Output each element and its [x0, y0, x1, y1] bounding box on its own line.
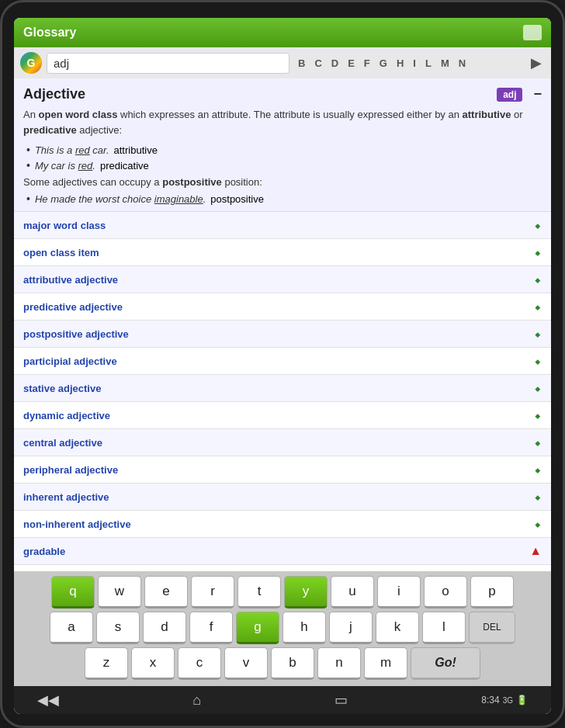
entry-title-row: Adjective adj − — [23, 86, 542, 102]
key-go[interactable]: Go! — [411, 647, 480, 680]
content-area: Adjective adj − An open word class which… — [14, 78, 551, 571]
key-b[interactable]: b — [271, 647, 314, 680]
postpositive-note: Some adjectives can occupy a postpositiv… — [23, 176, 542, 188]
key-l[interactable]: l — [422, 612, 466, 644]
term-row[interactable]: postpositive adjective ⬥ — [14, 321, 551, 348]
bullet-1: • — [26, 144, 30, 156]
key-i[interactable]: i — [377, 576, 421, 608]
key-r[interactable]: r — [191, 576, 234, 608]
key-c[interactable]: c — [178, 647, 221, 680]
term-arrow: ⬥ — [534, 463, 542, 477]
term-arrow: ⬥ — [534, 245, 542, 259]
term-arrow: ⬥ — [534, 272, 542, 286]
term-row[interactable]: gradable ▲ — [14, 538, 551, 565]
search-input-wrapper[interactable] — [47, 53, 289, 74]
term-arrow: ⬥ — [534, 300, 542, 314]
keyboard: q w e r t y u i o p a s d f g h j k l — [14, 571, 551, 686]
key-n[interactable]: n — [317, 647, 361, 680]
key-a[interactable]: a — [50, 612, 93, 644]
entry-title: Adjective — [23, 86, 85, 102]
postpos-example-text: He made the worst choice imaginable. — [35, 193, 206, 205]
keyboard-row-2: a s d f g h j k l DEL — [17, 612, 548, 644]
postpositive-badge[interactable]: postpositive — [210, 193, 264, 205]
key-z[interactable]: z — [85, 647, 128, 680]
term-label: non-inherent adjective — [23, 518, 131, 530]
alpha-B[interactable]: B — [294, 54, 309, 72]
key-j[interactable]: j — [329, 612, 373, 644]
term-row[interactable]: major word class ⬥ — [14, 212, 551, 239]
term-row[interactable]: dynamic adjective ⬥ — [14, 402, 551, 429]
back-button[interactable]: ◀◀ — [37, 692, 59, 709]
key-p[interactable]: p — [470, 576, 514, 608]
key-x[interactable]: x — [131, 647, 175, 680]
term-arrow: ⬥ — [534, 218, 542, 232]
term-row[interactable]: open class item ⬥ — [14, 239, 551, 266]
key-u[interactable]: u — [331, 576, 374, 608]
term-arrow: ⬥ — [534, 490, 542, 504]
key-o[interactable]: o — [424, 576, 467, 608]
key-k[interactable]: k — [376, 612, 419, 644]
keyboard-row-3: z x c v b n m Go! — [17, 647, 548, 680]
alpha-M[interactable]: M — [437, 54, 453, 72]
term-arrow: ⬥ — [534, 517, 542, 531]
key-m[interactable]: m — [364, 647, 407, 680]
alpha-L[interactable]: L — [421, 54, 435, 72]
term-row[interactable]: central adjective ⬥ — [14, 429, 551, 456]
key-q[interactable]: q — [51, 576, 95, 608]
term-arrow: ⬥ — [534, 354, 542, 368]
alpha-C[interactable]: C — [310, 54, 325, 72]
key-s[interactable]: s — [96, 612, 140, 644]
term-label: inherent adjective — [23, 491, 109, 503]
recent-button[interactable]: ▭ — [334, 692, 348, 709]
term-row[interactable]: non-inherent adjective ⬥ — [14, 511, 551, 538]
google-logo: G — [20, 52, 42, 74]
term-arrow: ⬥ — [534, 327, 542, 341]
alpha-right-arrow[interactable]: ▶ — [528, 51, 545, 75]
term-label: stative adjective — [23, 383, 101, 394]
screen: Glossary G B C D E F G H — [14, 18, 551, 714]
attributive-badge[interactable]: attributive — [114, 144, 158, 156]
term-label: postpositive adjective — [23, 328, 129, 340]
search-input[interactable] — [54, 57, 100, 70]
home-button[interactable]: ⌂ — [192, 692, 201, 709]
battery-icon: 🔋 — [516, 695, 528, 705]
term-row[interactable]: stative adjective ⬥ — [14, 375, 551, 402]
key-v[interactable]: v — [224, 647, 268, 680]
term-row[interactable]: attributive adjective ⬥ — [14, 266, 551, 293]
search-row: G B C D E F G H I L M N — [14, 47, 551, 78]
key-f[interactable]: f — [189, 612, 233, 644]
collapse-button[interactable]: − — [533, 86, 542, 102]
key-t[interactable]: t — [237, 576, 281, 608]
terms-list: major word class ⬥ open class item ⬥ att… — [14, 212, 551, 571]
key-h[interactable]: h — [282, 612, 326, 644]
example-1-text: This is a red car. — [35, 144, 109, 156]
term-row[interactable]: peripheral adjective ⬥ — [14, 456, 551, 484]
key-g[interactable]: g — [236, 612, 279, 644]
tablet-device: Glossary G B C D E F G H — [0, 0, 565, 728]
app-title: Glossary — [23, 26, 76, 40]
example-2: • My car is red. predicative — [26, 159, 542, 172]
alpha-H[interactable]: H — [393, 54, 407, 72]
status-network: 3G — [503, 696, 513, 705]
alpha-I[interactable]: I — [409, 54, 420, 72]
alpha-G[interactable]: G — [376, 54, 391, 72]
title-bar: Glossary — [14, 18, 551, 47]
alpha-F[interactable]: F — [360, 54, 374, 72]
key-d[interactable]: d — [143, 612, 186, 644]
term-row[interactable]: participial adjective ⬥ — [14, 348, 551, 375]
key-w[interactable]: w — [98, 576, 141, 608]
term-label: open class item — [23, 247, 99, 258]
predicative-badge[interactable]: predicative — [100, 160, 149, 172]
term-label: participial adjective — [23, 355, 117, 367]
alpha-N[interactable]: N — [455, 54, 470, 72]
alphabet-letters: B C D E F G H I L M N — [294, 54, 523, 72]
key-y[interactable]: y — [284, 576, 328, 608]
key-del[interactable]: DEL — [469, 612, 515, 644]
term-row[interactable]: predicative adjective ⬥ — [14, 293, 551, 321]
term-label: gradable — [23, 546, 65, 557]
alpha-E[interactable]: E — [344, 54, 359, 72]
alpha-D[interactable]: D — [328, 54, 342, 72]
term-row[interactable]: inherent adjective ⬥ — [14, 484, 551, 511]
term-label: predicative adjective — [23, 301, 123, 313]
key-e[interactable]: e — [144, 576, 188, 608]
